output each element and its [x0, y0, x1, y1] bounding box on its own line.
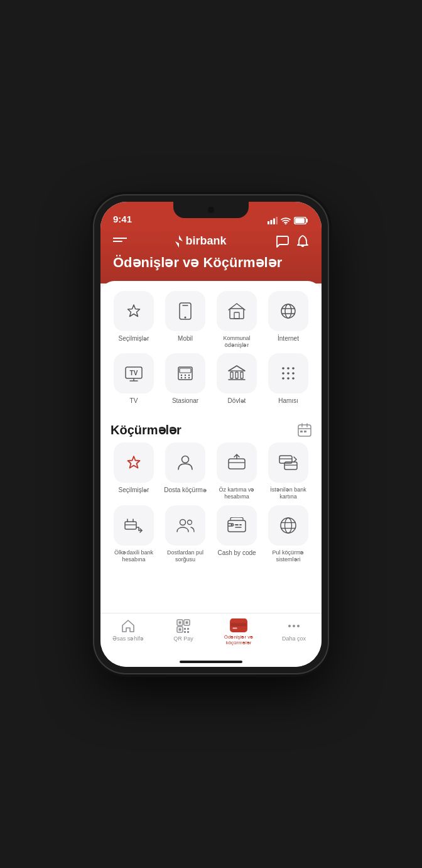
- phone-frame: 9:41: [94, 195, 328, 673]
- svg-rect-51: [229, 459, 245, 469]
- kocurmeler-item-istenilen[interactable]: İstənilən bank kartına: [265, 442, 311, 500]
- landline-icon: [176, 365, 194, 382]
- kocurmeler-icon-cash-by-code: [217, 505, 257, 546]
- category-label-kommunal: Kommunal ödənişlər: [214, 335, 260, 349]
- home-indicator-bar: [100, 658, 322, 667]
- category-row-2: TV TV: [111, 353, 311, 405]
- svg-point-62: [188, 520, 192, 525]
- svg-point-10: [185, 316, 187, 318]
- svg-rect-84: [232, 627, 237, 629]
- qr-icon: [176, 618, 191, 634]
- globe-icon: [279, 517, 297, 534]
- calendar-icon[interactable]: [298, 423, 311, 437]
- home-icon: [121, 618, 136, 634]
- kocurmeler-label-dostlardan: Dostlardan pul sorğusu: [162, 549, 208, 563]
- category-icon-hamisi: [268, 353, 308, 393]
- category-icon-kommunal: [217, 291, 257, 331]
- kocurmeler-label-dosta: Dosta köçürmə: [164, 486, 207, 494]
- battery-icon: [294, 217, 309, 224]
- category-item-mobil[interactable]: Mobil: [162, 291, 208, 349]
- svg-point-15: [285, 304, 291, 318]
- svg-point-39: [287, 373, 289, 375]
- svg-rect-12: [230, 309, 244, 319]
- svg-rect-80: [184, 631, 186, 633]
- main-content: Seçilmişlər Mobil: [100, 281, 322, 613]
- page-title: Ödənişlər və Köçürmələr: [113, 255, 309, 271]
- kommunal-icon: [228, 302, 246, 320]
- category-item-stasionar[interactable]: Stasionar: [162, 353, 208, 405]
- bank-icon: [227, 365, 246, 382]
- header-nav: birbank: [113, 234, 309, 248]
- category-label-hamisi: Hamısı: [278, 397, 298, 405]
- category-icon-internet: [268, 291, 308, 331]
- category-item-secilmisler[interactable]: Seçilmişlər: [111, 291, 157, 349]
- svg-text:TV: TV: [130, 370, 138, 376]
- kocurmeler-item-dostlardan[interactable]: Dostlardan pul sorğusu: [162, 505, 208, 563]
- category-item-kommunal[interactable]: Kommunal ödənişlər: [214, 291, 260, 349]
- status-time: 9:41: [113, 214, 132, 224]
- svg-point-64: [231, 524, 233, 526]
- tv-icon: TV: [124, 365, 144, 382]
- svg-point-50: [182, 456, 189, 463]
- category-icon-secilmisler: [114, 291, 154, 331]
- svg-rect-3: [276, 217, 278, 224]
- svg-rect-2: [273, 218, 275, 224]
- nav-item-payments[interactable]: Ödənişlər və köçürmələr: [211, 618, 266, 646]
- svg-point-36: [287, 368, 289, 370]
- category-item-internet[interactable]: İnternet: [265, 291, 311, 349]
- logo: birbank: [175, 234, 226, 248]
- svg-rect-0: [268, 221, 269, 224]
- svg-rect-32: [235, 372, 238, 378]
- payments-icon: [230, 618, 247, 632]
- logo-icon: [175, 235, 183, 248]
- svg-rect-6: [295, 218, 305, 223]
- svg-rect-77: [179, 628, 181, 630]
- nav-item-home[interactable]: Əsas səhifə: [100, 618, 156, 646]
- category-icon-tv: TV: [114, 353, 154, 393]
- kocurmeler-item-cash-by-code[interactable]: Cash by code: [214, 505, 260, 563]
- category-label-mobil: Mobil: [178, 335, 193, 343]
- svg-point-85: [288, 625, 291, 627]
- category-item-tv[interactable]: TV TV: [111, 353, 157, 405]
- category-item-hamisi[interactable]: Hamısı: [265, 353, 311, 405]
- bell-icon[interactable]: [296, 234, 309, 248]
- star-outline-icon: [125, 302, 143, 320]
- nav-item-qr[interactable]: QR Pay: [156, 618, 211, 646]
- kocurmeler-item-dosta[interactable]: Dosta köçürmə: [162, 442, 208, 500]
- kocurmeler-icon-istenilen: [268, 442, 308, 483]
- kocurmeler-label-pul-kocurme: Pul köçürmə sistemləri: [265, 549, 311, 563]
- svg-point-43: [292, 378, 295, 380]
- person-icon: [177, 454, 193, 471]
- grid-dots-icon: [279, 365, 297, 382]
- menu-icon[interactable]: [113, 237, 127, 246]
- svg-point-40: [292, 373, 295, 375]
- signal-icon: [268, 217, 278, 224]
- nav-item-more[interactable]: Daha çox: [266, 618, 322, 646]
- category-row-1: Seçilmişlər Mobil: [111, 291, 311, 349]
- kocurmeler-label-cash-by-code: Cash by code: [217, 549, 256, 557]
- kocurmeler-icon-secilmisler: [114, 442, 154, 483]
- svg-point-37: [292, 368, 295, 370]
- kocurmeler-item-olkedaxili[interactable]: Ölkədaxili bank hesabına: [111, 505, 157, 563]
- chat-icon[interactable]: [275, 234, 289, 248]
- svg-point-38: [282, 373, 284, 375]
- svg-rect-57: [125, 522, 136, 529]
- kocurmeler-icon-pul-kocurme: [268, 505, 308, 546]
- kocurmeler-item-oz-kart[interactable]: Öz kartıma və hesabıma: [214, 442, 260, 500]
- payments-section: Seçilmişlər Mobil: [100, 281, 322, 415]
- nav-label-payments: Ödənişlər və köçürmələr: [211, 634, 266, 646]
- internet-icon: [279, 302, 297, 320]
- nav-label-qr: QR Pay: [173, 635, 193, 642]
- kocurmeler-title: Köçürmələr: [111, 422, 181, 437]
- bank-transfer-icon: [124, 517, 143, 534]
- svg-point-61: [180, 520, 186, 525]
- svg-rect-81: [187, 631, 189, 633]
- svg-point-42: [287, 378, 289, 380]
- wifi-icon: [281, 217, 291, 224]
- persons-icon: [176, 517, 195, 534]
- hamburger-icon[interactable]: [113, 237, 127, 246]
- kocurmeler-item-pul-kocurme[interactable]: Pul köçürmə sistemləri: [265, 505, 311, 563]
- category-item-dovlet[interactable]: Dövlət: [214, 353, 260, 405]
- svg-rect-75: [179, 621, 181, 624]
- kocurmeler-item-secilmisler[interactable]: Seçilmişlər: [111, 442, 157, 500]
